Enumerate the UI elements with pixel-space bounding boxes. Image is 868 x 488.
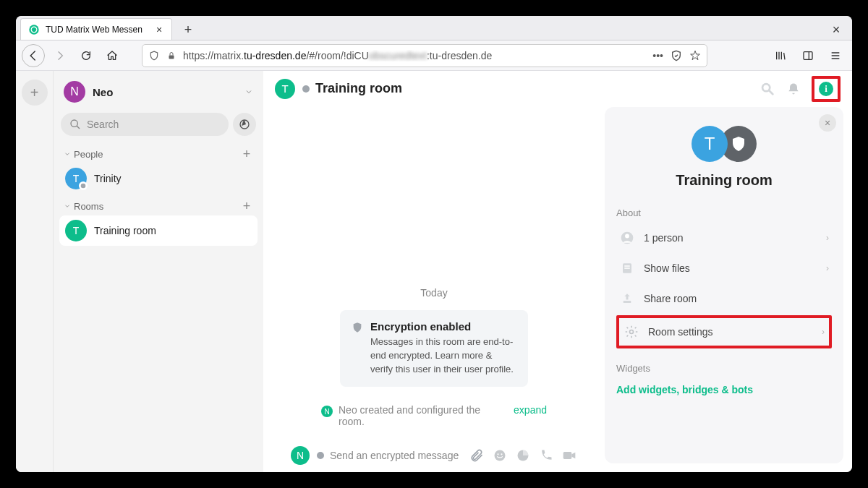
home-button[interactable] (101, 45, 123, 67)
chevron-down-icon (64, 202, 71, 210)
event-text: Neo created and configured the room. (339, 404, 498, 427)
library-icon[interactable] (770, 45, 791, 67)
browser-tab[interactable]: TUD Matrix Web Messen × (20, 18, 172, 40)
chevron-down-icon (244, 87, 253, 96)
svg-rect-1 (169, 55, 174, 59)
files-icon (619, 260, 635, 276)
share-icon (619, 291, 635, 307)
sticker-icon[interactable] (515, 448, 531, 463)
add-widgets-link[interactable]: Add widgets, bridges & bots (616, 378, 832, 401)
window-close-icon[interactable]: × (827, 21, 845, 38)
more-icon[interactable]: ••• (652, 50, 663, 61)
emoji-icon[interactable] (492, 448, 508, 463)
user-avatar: N (64, 81, 85, 103)
info-button-highlight: i (812, 76, 841, 102)
video-call-icon[interactable] (561, 448, 577, 463)
svg-point-22 (630, 330, 634, 334)
notifications-icon[interactable] (786, 81, 801, 97)
shield-dot-icon (302, 85, 310, 93)
room-title[interactable]: Training room (302, 81, 752, 96)
browser-nav-bar: https://matrix.tu-dresden.de/#/room/!diC… (16, 40, 852, 71)
person-icon (619, 230, 635, 246)
tab-title: TUD Matrix Web Messen (46, 25, 154, 35)
protection-icon[interactable] (671, 50, 682, 61)
avatar: T (65, 168, 87, 189)
svg-rect-2 (804, 51, 812, 59)
reload-button[interactable] (75, 45, 97, 67)
event-row: N Neo created and configured the room. e… (278, 401, 590, 439)
shield-icon (148, 50, 160, 61)
svg-point-7 (81, 184, 86, 189)
files-item[interactable]: Show files › (616, 253, 832, 283)
svg-rect-21 (624, 301, 631, 303)
chevron-right-icon: › (826, 263, 829, 273)
svg-point-11 (495, 450, 506, 461)
room-avatar: T (275, 79, 295, 99)
user-menu[interactable]: N Neo (59, 77, 258, 107)
room-item-training[interactable]: T Training room (59, 215, 258, 246)
forward-button[interactable] (49, 45, 71, 67)
main-area: T Training room i Today (263, 71, 852, 472)
expand-button[interactable]: expand (514, 404, 547, 416)
widgets-section-label: Widgets (616, 359, 832, 378)
right-panel: × T Training room About 1 person › S (605, 107, 843, 463)
people-item[interactable]: 1 person › (616, 223, 832, 253)
search-placeholder: Search (87, 119, 119, 130)
room-header: T Training room i (263, 71, 852, 107)
shield-dot-icon (317, 452, 324, 459)
star-icon[interactable] (689, 50, 701, 61)
panel-room-title: Training room (616, 172, 832, 189)
svg-line-10 (770, 90, 773, 94)
url-bar[interactable]: https://matrix.tu-dresden.de/#/room/!diC… (142, 44, 707, 67)
svg-point-4 (71, 120, 77, 127)
about-section-label: About (616, 203, 832, 223)
share-item[interactable]: Share room (616, 283, 832, 314)
close-panel-button[interactable]: × (819, 114, 836, 132)
svg-point-9 (764, 85, 769, 90)
close-icon[interactable]: × (154, 25, 164, 35)
gear-icon (624, 324, 639, 340)
voice-call-icon[interactable] (538, 448, 554, 463)
browser-tab-bar: TUD Matrix Web Messen × + × (16, 16, 852, 40)
create-space-button[interactable]: + (22, 80, 48, 106)
svg-point-17 (625, 234, 629, 239)
people-section-header[interactable]: People + (59, 142, 258, 163)
search-input[interactable]: Search (61, 113, 229, 136)
date-marker: Today (278, 281, 590, 310)
room-avatar-large: T (692, 126, 728, 162)
settings-item-highlight: Room settings › (616, 314, 832, 350)
encryption-card: Encryption enabled Messages in this room… (340, 310, 528, 387)
sidebar-toggle-icon[interactable] (797, 45, 819, 67)
attach-icon[interactable] (469, 448, 485, 463)
explore-button[interactable] (233, 113, 256, 136)
url-text: https://matrix.tu-dresden.de/#/room/!diC… (183, 50, 647, 61)
settings-item[interactable]: Room settings › (619, 318, 829, 346)
svg-point-13 (501, 453, 502, 455)
back-button[interactable] (22, 44, 45, 67)
composer-input[interactable]: Send an encrypted message (317, 450, 461, 461)
encryption-title: Encryption enabled (370, 320, 516, 333)
svg-point-12 (497, 453, 498, 455)
add-person-button[interactable]: + (240, 147, 253, 160)
info-icon[interactable]: i (819, 82, 833, 96)
menu-icon[interactable] (825, 45, 846, 67)
chevron-right-icon: › (826, 233, 829, 243)
add-room-button[interactable]: + (240, 200, 253, 213)
svg-rect-15 (563, 452, 572, 459)
search-room-icon[interactable] (760, 81, 775, 97)
people-item-label: Trinity (94, 173, 122, 184)
svg-rect-19 (624, 265, 630, 267)
people-item-trinity[interactable]: T Trinity (59, 163, 258, 194)
rooms-section-header[interactable]: Rooms + (59, 194, 258, 215)
lock-icon (166, 50, 177, 61)
search-icon (69, 119, 81, 130)
new-tab-button[interactable]: + (178, 20, 198, 40)
panel-avatars: T (616, 126, 832, 162)
chevron-right-icon: › (822, 327, 825, 337)
user-name: Neo (93, 86, 237, 98)
chevron-down-icon (64, 150, 71, 158)
encryption-body: Messages in this room are end-to-end enc… (370, 335, 516, 377)
matrix-favicon-icon (28, 24, 40, 35)
event-avatar: N (321, 406, 333, 417)
svg-rect-20 (624, 267, 630, 269)
